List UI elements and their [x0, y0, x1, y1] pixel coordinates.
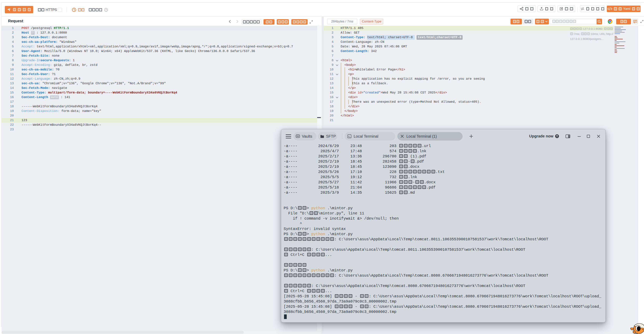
svg-text:?: ? [106, 9, 107, 11]
